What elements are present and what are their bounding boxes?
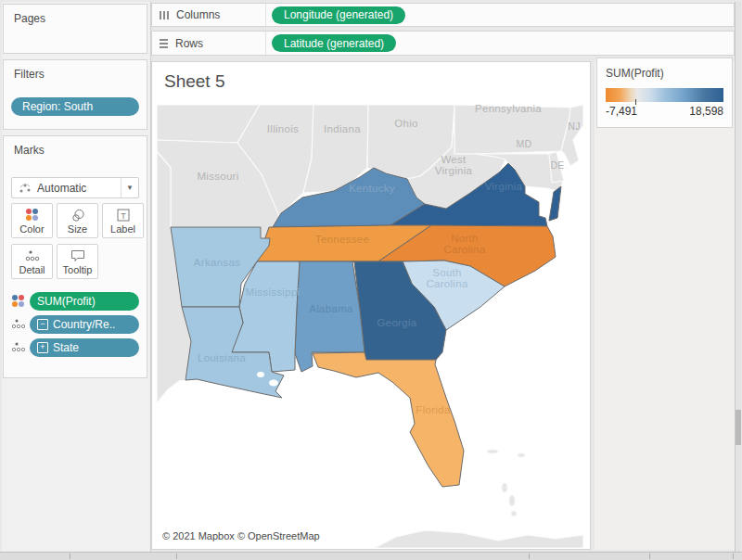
tooltip-icon: [58, 249, 97, 263]
legend-gradient-bar[interactable]: [606, 88, 723, 102]
label-label: Label: [110, 223, 135, 235]
state-virginia-shore[interactable]: [549, 186, 561, 221]
state-label-florida: Florida: [416, 404, 451, 415]
state-label-kentucky: Kentucky: [349, 183, 395, 194]
pill-label: SUM(Profit): [37, 295, 96, 308]
chevron-down-icon[interactable]: ▼: [121, 178, 138, 197]
island: [509, 495, 515, 506]
state-label-maryland: MD: [517, 138, 532, 149]
state-label-pennsylvania: Pennsylvania: [475, 105, 542, 114]
pill-label: Latitude (generated): [284, 37, 384, 50]
pages-title: Pages: [4, 5, 147, 25]
detail-dots-icon: [9, 341, 28, 353]
status-bar: [0, 552, 742, 560]
tableau-window: Pages Filters Region: South Marks Automa…: [0, 0, 742, 560]
svg-text:T: T: [121, 211, 126, 221]
size-icon: [58, 209, 97, 223]
pill-label: Longitude (generated): [284, 8, 393, 21]
filters-title: Filters: [4, 60, 147, 81]
detail-icon: [12, 249, 52, 262]
size-button[interactable]: Size: [57, 203, 98, 238]
background-state-cuba: [375, 530, 583, 548]
state-label-louisiana: Louisiana: [198, 352, 246, 363]
island: [518, 453, 525, 457]
mark-type-dropdown[interactable]: Automatic ▼: [11, 177, 139, 198]
choropleth-map[interactable]: MissouriIllinoisIndianaOhioPennsylvaniaN…: [157, 105, 583, 548]
island: [511, 511, 517, 516]
color-dots-icon: [9, 295, 28, 308]
shelf-divider: [265, 32, 266, 55]
island: [487, 450, 498, 453]
state-label-new-york-jersey: NJ: [568, 121, 580, 132]
detail-button[interactable]: Detail: [11, 244, 53, 279]
map-view[interactable]: MissouriIllinoisIndianaOhioPennsylvaniaN…: [157, 105, 583, 548]
map-attribution: © 2021 Mapbox © OpenStreetMap: [157, 528, 327, 544]
marks-pill-country[interactable]: −Country/Re..: [9, 314, 139, 334]
expand-icon[interactable]: +: [37, 342, 48, 353]
state-label-georgia: Georgia: [377, 317, 416, 328]
lake: [269, 380, 278, 387]
detail-dots-icon: [9, 318, 28, 330]
color-button[interactable]: Color: [11, 203, 53, 238]
filter-pill-label: Region: South: [22, 100, 93, 113]
state-label-alabama: Alabama: [309, 303, 353, 314]
legend-title: SUM(Profit): [597, 58, 732, 80]
label-button[interactable]: T Label: [102, 203, 144, 238]
collapse-icon[interactable]: −: [37, 319, 48, 330]
marks-pill-color[interactable]: SUM(Profit): [9, 291, 139, 311]
island: [502, 483, 507, 492]
marks-pill-state[interactable]: +State: [9, 337, 139, 357]
state-label-virginia: Virginia: [485, 181, 523, 192]
filters-shelf[interactable]: Filters Region: South: [3, 59, 147, 130]
tooltip-label: Tooltip: [63, 264, 93, 275]
rows-icon: [160, 39, 168, 48]
marks-card: Marks Automatic ▼ Color Size: [3, 135, 147, 378]
rows-shelf[interactable]: Rows Latitude (generated): [151, 31, 735, 56]
columns-shelf[interactable]: Columns Longitude (generated): [151, 3, 735, 27]
scrollbar-thumb[interactable]: [736, 410, 741, 445]
state-label-illinois: Illinois: [267, 123, 299, 134]
state-label-ohio: Ohio: [394, 118, 418, 129]
pill-country[interactable]: −Country/Re..: [30, 315, 139, 334]
pill-label: State: [53, 341, 79, 354]
size-label: Size: [68, 223, 87, 235]
columns-shelf-label: Columns: [176, 8, 220, 21]
legend-panel: SUM(Profit) -7,491 18,598: [595, 61, 735, 550]
tooltip-button[interactable]: Tooltip: [57, 244, 98, 279]
pill-sum-profit[interactable]: SUM(Profit): [30, 292, 139, 311]
state-label-indiana: Indiana: [324, 123, 361, 134]
rows-shelf-label: Rows: [175, 37, 203, 50]
state-label-mississippi: Mississippi: [246, 286, 301, 298]
legend-max-value: 18,598: [689, 105, 723, 118]
automatic-mark-icon: [19, 183, 32, 194]
mark-type-value: Automatic: [37, 182, 86, 195]
color-legend[interactable]: SUM(Profit) -7,491 18,598: [596, 57, 733, 128]
state-label-missouri: Missouri: [197, 171, 238, 182]
columns-icon: [160, 11, 169, 19]
pill-state[interactable]: +State: [30, 338, 139, 357]
filter-pill-region-south[interactable]: Region: South: [11, 97, 139, 116]
pill-label: Country/Re..: [53, 318, 115, 331]
pill-longitude[interactable]: Longitude (generated): [272, 6, 405, 24]
sheet-title: Sheet 5: [152, 62, 590, 92]
marks-title: Marks: [4, 136, 147, 157]
pill-latitude[interactable]: Latitude (generated): [272, 34, 396, 52]
state-florida[interactable]: [313, 352, 464, 487]
state-label-delaware: DE: [550, 159, 564, 171]
state-label-tennessee: Tennessee: [315, 234, 369, 245]
state-label-arkansas: Arkansas: [194, 257, 240, 268]
legend-min-value: -7,491: [606, 105, 637, 118]
vertical-scrollbar[interactable]: [735, 2, 741, 552]
detail-label: Detail: [19, 264, 45, 275]
worksheet: Sheet 5 MissouriIllinoisIndianaOhioPenns…: [151, 61, 591, 550]
side-panel: Pages Filters Region: South Marks Automa…: [2, 2, 151, 552]
color-icon: [12, 209, 52, 222]
lake: [257, 372, 264, 377]
pages-shelf[interactable]: Pages: [3, 4, 147, 54]
text-label-icon: T: [103, 209, 143, 222]
color-label: Color: [19, 223, 44, 235]
shelf-divider: [265, 4, 266, 26]
